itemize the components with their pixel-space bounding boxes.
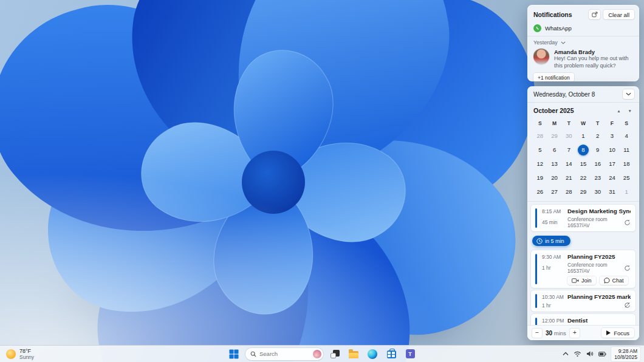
volume-button[interactable] bbox=[586, 350, 594, 357]
calendar-collapse-button[interactable] bbox=[623, 89, 634, 99]
calendar-day[interactable]: 12 bbox=[533, 157, 547, 171]
taskbar: 78°F Sunny bbox=[0, 345, 644, 362]
calendar-day[interactable]: 23 bbox=[591, 171, 605, 185]
edge-button[interactable] bbox=[365, 347, 380, 361]
search-box[interactable] bbox=[245, 348, 323, 360]
calendar-weekday: S bbox=[619, 117, 634, 129]
agenda-event[interactable]: 10:30 AMPlanning FY2025 marketing1 hr bbox=[531, 290, 635, 312]
clock-icon bbox=[536, 238, 543, 244]
agenda-event[interactable]: 9:30 AMPlanning FY20251 hrConference roo… bbox=[531, 250, 635, 288]
agenda-event[interactable]: 8:15 AMDesign Marketing Sync45 minConfer… bbox=[531, 205, 635, 231]
calendar-day[interactable]: 28 bbox=[533, 129, 547, 143]
calendar-weekday: F bbox=[605, 117, 620, 129]
clear-all-button[interactable]: Clear all bbox=[603, 10, 634, 19]
agenda-event[interactable]: 12:00 PMDentist1 hrRedmond Dentistry bbox=[531, 314, 635, 325]
calendar-day-selected[interactable]: 8 bbox=[576, 143, 591, 157]
recurring-off-icon bbox=[624, 302, 631, 309]
focus-button-label: Focus bbox=[614, 330, 629, 336]
calendar-day[interactable]: 15 bbox=[576, 157, 591, 171]
calendar-day[interactable]: 19 bbox=[533, 171, 547, 185]
calendar-day[interactable]: 16 bbox=[591, 157, 605, 171]
calendar-day[interactable]: 22 bbox=[576, 171, 591, 185]
event-time: 9:30 AM bbox=[542, 254, 567, 260]
calendar-day[interactable]: 2 bbox=[591, 129, 605, 143]
calendar-day[interactable]: 10 bbox=[605, 143, 620, 157]
calendar-day[interactable]: 21 bbox=[561, 171, 576, 185]
month-label: October 2025 bbox=[533, 107, 617, 114]
notification-message: Hey! Can you help me out with this probl… bbox=[554, 55, 629, 69]
focus-duration: 30 mins bbox=[546, 330, 566, 336]
network-button[interactable] bbox=[574, 350, 581, 357]
calendar-day[interactable]: 29 bbox=[547, 129, 562, 143]
clock[interactable]: 9:28 AM 10/8/2025 bbox=[611, 347, 640, 361]
calendar-day[interactable]: 11 bbox=[619, 143, 634, 157]
event-recurrence-badge bbox=[624, 302, 631, 309]
calendar-day[interactable]: 1 bbox=[619, 185, 634, 199]
calendar-weekday: T bbox=[561, 117, 576, 129]
sender-avatar bbox=[533, 49, 549, 64]
search-input[interactable] bbox=[259, 350, 303, 357]
notification-item[interactable]: Amanda Brady Hey! Can you help me out wi… bbox=[527, 47, 639, 69]
calendar-day[interactable]: 5 bbox=[533, 143, 547, 157]
microsoft-store-button[interactable] bbox=[384, 347, 399, 361]
clock-date: 10/8/2025 bbox=[614, 354, 637, 360]
calendar-day[interactable]: 17 bbox=[605, 157, 620, 171]
chevron-down-icon bbox=[626, 92, 631, 96]
chat-icon bbox=[604, 278, 610, 284]
notification-section-header[interactable]: Yesterday bbox=[527, 36, 639, 47]
calendar-day[interactable]: 14 bbox=[561, 157, 576, 171]
event-time: 12:00 PM bbox=[542, 318, 567, 324]
calendar-day[interactable]: 26 bbox=[533, 185, 547, 199]
focus-duration-unit: mins bbox=[554, 330, 566, 336]
task-view-button[interactable] bbox=[327, 347, 342, 361]
notifications-title: Notifications bbox=[533, 11, 586, 18]
focus-start-button[interactable]: Focus bbox=[601, 328, 634, 338]
weather-widget[interactable]: 78°F Sunny bbox=[6, 348, 34, 360]
clock-time: 9:28 AM bbox=[614, 348, 637, 354]
calendar-day[interactable]: 3 bbox=[605, 129, 620, 143]
calendar-day[interactable]: 7 bbox=[561, 143, 576, 157]
month-down-button[interactable]: ▼ bbox=[628, 109, 632, 113]
calendar-day[interactable]: 30 bbox=[591, 185, 605, 199]
calendar-day[interactable]: 13 bbox=[547, 157, 562, 171]
calendar-day[interactable]: 24 bbox=[605, 171, 620, 185]
whatsapp-icon bbox=[533, 24, 541, 32]
more-notifications-button[interactable]: +1 notification bbox=[533, 73, 574, 81]
calendar-day[interactable]: 25 bbox=[619, 171, 634, 185]
calendar-day[interactable]: 30 bbox=[561, 129, 576, 143]
calendar-day[interactable]: 4 bbox=[619, 129, 634, 143]
event-join-button[interactable]: Join bbox=[567, 276, 596, 285]
event-recurrence-badge bbox=[624, 265, 631, 272]
hidden-icons-button[interactable] bbox=[563, 352, 569, 356]
event-title: Planning FY2025 bbox=[567, 253, 631, 260]
reminder-pill[interactable]: in 5 min bbox=[532, 236, 570, 246]
file-explorer-button[interactable] bbox=[346, 347, 361, 361]
calendar-day[interactable]: 31 bbox=[605, 185, 620, 199]
calendar-day[interactable]: 28 bbox=[561, 185, 576, 199]
calendar-day[interactable]: 9 bbox=[591, 143, 605, 157]
search-highlight-image[interactable] bbox=[313, 350, 321, 358]
notification-center: Notifications Clear all WhatsApp Yesterd… bbox=[527, 5, 639, 81]
event-chat-button[interactable]: Chat bbox=[600, 276, 628, 285]
focus-decrease-button[interactable]: − bbox=[532, 329, 542, 338]
focus-increase-button[interactable]: + bbox=[570, 329, 580, 338]
notification-settings-button[interactable] bbox=[589, 10, 600, 19]
agenda-list: 8:15 AMDesign Marketing Sync45 minConfer… bbox=[527, 202, 639, 325]
calendar-day[interactable]: 18 bbox=[619, 157, 634, 171]
chevron-down-icon bbox=[561, 41, 566, 44]
calendar-day[interactable]: 1 bbox=[576, 129, 591, 143]
file-explorer-icon bbox=[349, 351, 358, 358]
teams-button[interactable]: T bbox=[403, 347, 417, 361]
battery-button[interactable] bbox=[598, 351, 606, 357]
month-up-button[interactable]: ▲ bbox=[617, 109, 620, 113]
calendar-day[interactable]: 6 bbox=[547, 143, 562, 157]
weather-temperature: 78°F bbox=[19, 348, 34, 354]
calendar-day[interactable]: 27 bbox=[547, 185, 562, 199]
edge-icon bbox=[368, 349, 377, 359]
event-duration: 1 hr bbox=[542, 265, 567, 271]
start-button[interactable] bbox=[227, 347, 241, 361]
calendar-day[interactable]: 20 bbox=[547, 171, 562, 185]
event-title: Planning FY2025 marketing bbox=[567, 293, 631, 300]
sunny-icon bbox=[6, 349, 16, 359]
calendar-day[interactable]: 29 bbox=[576, 185, 591, 199]
